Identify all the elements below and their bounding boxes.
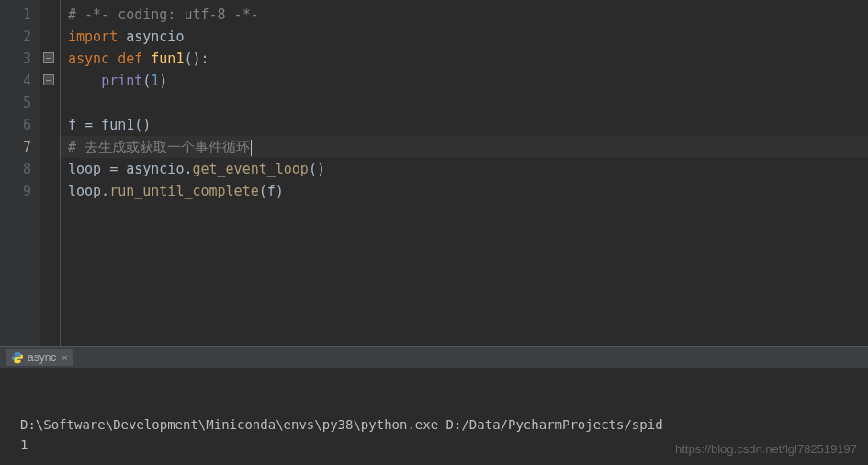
line-number: 7 [0, 136, 40, 158]
code-token: run_until_complete [109, 183, 259, 199]
code-token: ) [159, 73, 167, 89]
fold-strip: –– [40, 0, 61, 346]
code-token: loop = asyncio. [68, 161, 192, 177]
code-token: fun1 [151, 51, 184, 67]
code-token: get_event_loop [192, 161, 308, 177]
code-token [68, 73, 101, 89]
code-token: import [68, 28, 126, 45]
code-area[interactable]: # -*- coding: utf-8 -*-import asyncioasy… [61, 0, 868, 346]
line-number: 9 [0, 180, 40, 202]
code-token: loop. [68, 183, 109, 199]
code-token: ( [142, 73, 151, 89]
line-number: 8 [0, 158, 40, 180]
code-line[interactable]: import asyncio [61, 26, 868, 48]
line-number: 6 [0, 114, 40, 136]
code-token: print [101, 73, 142, 89]
fold-icon[interactable]: – [43, 74, 54, 85]
code-token: (): [184, 51, 209, 67]
watermark-text: https://blog.csdn.net/lgl782519197 [675, 439, 857, 459]
code-line[interactable]: loop.run_until_complete(f) [61, 180, 868, 202]
code-line[interactable]: loop = asyncio.get_event_loop() [61, 158, 868, 180]
run-tab-async[interactable]: async × [6, 349, 73, 366]
code-token: () [309, 161, 325, 177]
code-token: (f) [259, 183, 284, 199]
console-output[interactable]: D:\Software\Development\Miniconda\envs\p… [0, 369, 868, 465]
line-number-gutter: 123456789 [0, 0, 40, 346]
code-line[interactable]: f = fun1() [61, 114, 868, 136]
code-line[interactable]: async def fun1(): [61, 48, 868, 70]
close-icon[interactable]: × [62, 352, 67, 363]
text-caret [251, 140, 252, 156]
line-number: 3 [0, 48, 40, 70]
code-token: 1 [151, 73, 159, 89]
code-line[interactable] [61, 92, 868, 114]
console-line: D:\Software\Development\Miniconda\envs\p… [20, 414, 868, 435]
code-token: f = fun1() [68, 117, 151, 133]
code-token: # -*- coding: utf-8 -*- [68, 6, 259, 23]
code-token: asyncio [126, 28, 184, 45]
fold-icon[interactable]: – [43, 52, 54, 63]
code-token: async def [68, 51, 151, 67]
code-token: # 去生成或获取一个事件循环 [68, 139, 250, 155]
line-number: 4 [0, 70, 40, 92]
python-icon [11, 351, 24, 364]
line-number: 1 [0, 4, 40, 26]
code-line[interactable]: # 去生成或获取一个事件循环 [61, 136, 868, 158]
code-line[interactable]: # -*- coding: utf-8 -*- [61, 4, 868, 26]
console-tab-bar: async × [0, 346, 868, 369]
line-number: 5 [0, 92, 40, 114]
editor-pane: 123456789 –– # -*- coding: utf-8 -*-impo… [0, 0, 868, 346]
run-tab-label: async [28, 351, 56, 364]
code-line[interactable]: print(1) [61, 70, 868, 92]
line-number: 2 [0, 26, 40, 48]
